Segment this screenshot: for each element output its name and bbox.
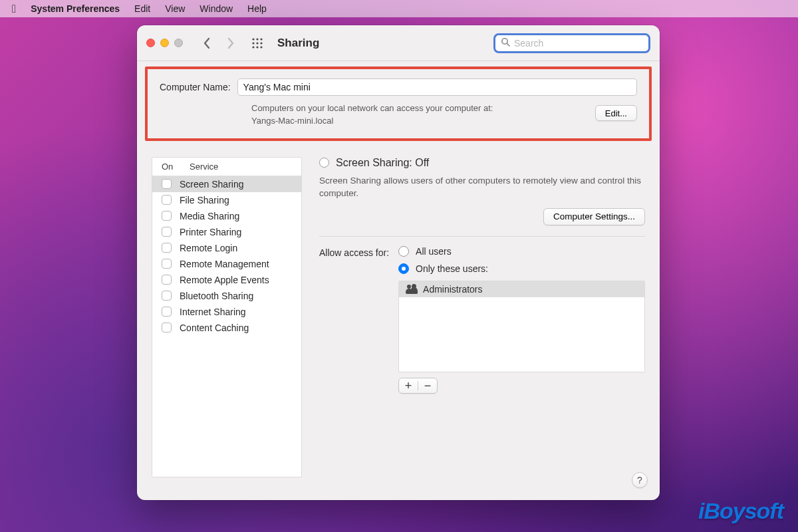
service-checkbox[interactable] bbox=[162, 243, 172, 253]
show-all-button[interactable] bbox=[248, 34, 267, 53]
menubar:  System Preferences Edit View Window He… bbox=[0, 0, 798, 17]
help-button[interactable]: ? bbox=[632, 472, 648, 488]
service-checkbox[interactable] bbox=[162, 179, 172, 189]
service-description: Screen Sharing allows users of other com… bbox=[319, 174, 645, 200]
service-row[interactable]: Screen Sharing bbox=[152, 176, 301, 192]
menubar-item-window[interactable]: Window bbox=[200, 3, 233, 14]
service-checkbox[interactable] bbox=[162, 307, 172, 317]
svg-point-5 bbox=[260, 42, 262, 44]
service-row[interactable]: Remote Management bbox=[152, 256, 301, 272]
service-detail: Screen Sharing: Off Screen Sharing allow… bbox=[319, 157, 645, 477]
zoom-button[interactable] bbox=[174, 39, 183, 47]
services-panel: On Service Screen SharingFile SharingMed… bbox=[152, 157, 302, 477]
access-option-all-label: All users bbox=[416, 246, 452, 257]
menubar-app-name[interactable]: System Preferences bbox=[31, 3, 120, 14]
service-heading: Screen Sharing: Off bbox=[336, 157, 429, 169]
service-label: Content Caching bbox=[180, 323, 249, 333]
close-button[interactable] bbox=[146, 39, 155, 47]
separator bbox=[319, 236, 645, 237]
service-checkbox[interactable] bbox=[162, 275, 172, 285]
access-section: Allow access for: All users Only these u… bbox=[319, 246, 645, 394]
service-row[interactable]: Content Caching bbox=[152, 320, 301, 336]
pane-title: Sharing bbox=[277, 37, 319, 50]
svg-line-10 bbox=[507, 43, 509, 46]
service-enable-toggle[interactable] bbox=[319, 158, 329, 168]
menubar-item-help[interactable]: Help bbox=[247, 3, 267, 14]
menubar-item-edit[interactable]: Edit bbox=[134, 3, 150, 14]
service-row[interactable]: Internet Sharing bbox=[152, 304, 301, 320]
service-label: Bluetooth Sharing bbox=[180, 291, 253, 301]
edit-hostname-button[interactable]: Edit... bbox=[595, 105, 637, 121]
preferences-window: Sharing Computer Name: Computers on your… bbox=[137, 25, 660, 500]
menubar-item-view[interactable]: View bbox=[165, 3, 185, 14]
service-label: Media Sharing bbox=[180, 211, 239, 221]
service-row[interactable]: Remote Login bbox=[152, 240, 301, 256]
service-label: Internet Sharing bbox=[180, 307, 246, 317]
services-col-service: Service bbox=[190, 162, 218, 172]
service-checkbox[interactable] bbox=[162, 195, 172, 205]
svg-point-6 bbox=[252, 46, 254, 48]
computer-name-input[interactable] bbox=[237, 78, 637, 96]
service-label: Screen Sharing bbox=[180, 179, 244, 190]
service-label: Remote Management bbox=[180, 259, 269, 269]
service-row[interactable]: File Sharing bbox=[152, 192, 301, 208]
forward-button[interactable] bbox=[221, 34, 240, 53]
remove-user-button[interactable]: − bbox=[418, 378, 437, 393]
apple-menu-icon[interactable]:  bbox=[12, 3, 16, 15]
services-col-on: On bbox=[162, 162, 179, 172]
users-list-row[interactable]: Administrators bbox=[399, 281, 644, 297]
access-option-all[interactable]: All users bbox=[398, 246, 645, 257]
radio-only-these-users[interactable] bbox=[398, 263, 409, 274]
service-checkbox[interactable] bbox=[162, 259, 172, 269]
service-checkbox[interactable] bbox=[162, 211, 172, 221]
minimize-button[interactable] bbox=[160, 39, 169, 47]
computer-settings-button[interactable]: Computer Settings... bbox=[543, 208, 645, 225]
watermark: iBoysoft bbox=[698, 498, 783, 524]
service-label: Printer Sharing bbox=[180, 227, 241, 237]
service-checkbox[interactable] bbox=[162, 291, 172, 301]
service-row[interactable]: Bluetooth Sharing bbox=[152, 288, 301, 304]
services-header: On Service bbox=[152, 158, 301, 176]
svg-point-3 bbox=[252, 42, 254, 44]
access-option-only[interactable]: Only these users: bbox=[398, 263, 645, 274]
add-remove-stepper: + − bbox=[398, 378, 438, 394]
computer-name-section: Computer Name: Computers on your local n… bbox=[145, 66, 652, 141]
svg-point-0 bbox=[252, 38, 254, 40]
titlebar: Sharing bbox=[137, 25, 660, 61]
add-user-button[interactable]: + bbox=[399, 378, 418, 393]
computer-name-hint-line1: Computers on your local network can acce… bbox=[251, 103, 493, 113]
service-row[interactable]: Media Sharing bbox=[152, 208, 301, 224]
svg-point-7 bbox=[256, 46, 258, 48]
computer-name-hint-line2: Yangs-Mac-mini.local bbox=[251, 116, 333, 126]
service-row[interactable]: Printer Sharing bbox=[152, 224, 301, 240]
computer-name-hint: Computers on your local network can acce… bbox=[251, 102, 637, 128]
users-list[interactable]: Administrators bbox=[398, 281, 645, 372]
svg-point-4 bbox=[256, 42, 258, 44]
computer-name-label: Computer Name: bbox=[160, 82, 231, 92]
service-label: File Sharing bbox=[180, 195, 229, 205]
search-input[interactable] bbox=[514, 38, 643, 49]
service-checkbox[interactable] bbox=[162, 323, 172, 332]
users-list-row-label: Administrators bbox=[423, 284, 482, 295]
svg-point-1 bbox=[256, 38, 258, 40]
access-label: Allow access for: bbox=[319, 246, 389, 394]
services-list: Screen SharingFile SharingMedia SharingP… bbox=[152, 176, 301, 336]
service-row[interactable]: Remote Apple Events bbox=[152, 272, 301, 288]
back-button[interactable] bbox=[198, 34, 216, 53]
search-field-wrap[interactable] bbox=[493, 33, 650, 53]
access-option-only-label: Only these users: bbox=[416, 263, 488, 274]
group-icon bbox=[406, 285, 418, 294]
svg-point-8 bbox=[260, 46, 262, 48]
service-checkbox[interactable] bbox=[162, 227, 172, 237]
radio-all-users[interactable] bbox=[398, 246, 409, 257]
svg-point-2 bbox=[260, 38, 262, 40]
traffic-lights bbox=[146, 39, 183, 47]
search-icon bbox=[501, 37, 510, 49]
service-label: Remote Login bbox=[180, 243, 237, 253]
content-area: On Service Screen SharingFile SharingMed… bbox=[137, 141, 660, 492]
service-label: Remote Apple Events bbox=[180, 275, 269, 285]
